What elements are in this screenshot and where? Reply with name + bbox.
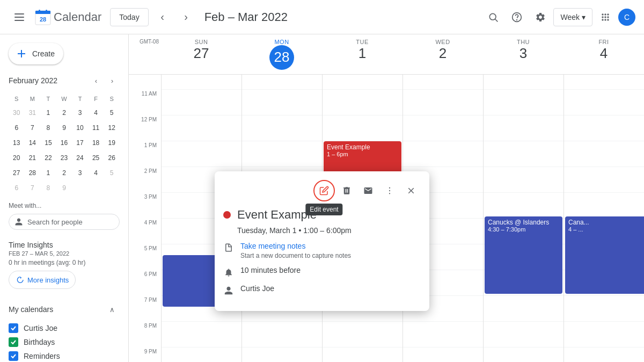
today-button[interactable]: Today [110,8,148,26]
mini-cal-day[interactable]: 11 [88,120,104,135]
meeting-notes-link[interactable]: Take meeting notes [240,242,305,250]
edit-event-button[interactable] [313,180,335,201]
day-col-thu[interactable]: Canucks @ Islanders 4:30 – 7:30pm [483,75,564,362]
mini-cal-day[interactable]: 2 [56,105,72,120]
menu-button[interactable] [9,6,30,28]
svg-rect-4 [35,11,50,14]
mini-cal-day[interactable]: 22 [40,150,56,165]
mini-cal-day[interactable]: 28 [25,165,41,180]
mini-cal-day[interactable] [72,180,88,196]
mini-cal-day[interactable]: 27 [9,165,25,180]
mini-cal-day[interactable]: 17 [72,135,88,150]
mini-cal-day[interactable]: 3 [72,165,88,180]
day-header-thu[interactable]: THU 3 [483,34,564,74]
mini-cal-day[interactable]: 12 [104,120,120,135]
mini-cal-day[interactable] [104,180,120,196]
day-header-mon[interactable]: MON 28 [241,34,322,74]
calendar-checkbox-reminders[interactable] [9,351,18,361]
mini-cal-day[interactable]: 25 [88,150,104,165]
date-range: Feb – Mar 2022 [200,10,479,24]
more-insights-button[interactable]: More insights [9,271,76,289]
mini-cal-day[interactable]: 9 [56,120,72,135]
time-grid: 11 AM 12 PM 1 PM 2 PM 3 PM 4 PM 5 PM 6 P… [129,75,644,362]
mini-cal-day[interactable]: 31 [25,105,41,120]
mini-cal-day[interactable]: 21 [25,150,41,165]
mini-cal-day[interactable]: 24 [72,150,88,165]
time-12pm: 12 PM [129,115,161,141]
view-select[interactable]: Week ▾ [553,8,592,26]
mini-cal-day[interactable]: 6 [9,120,25,135]
mini-cal-day[interactable]: 14 [25,135,41,150]
settings-button[interactable] [530,6,551,28]
mini-cal-day[interactable]: 5 [104,165,120,180]
apps-button[interactable] [595,6,616,28]
dow-m: M [25,92,41,105]
calendar-item-reminders[interactable]: Reminders [9,349,120,362]
day-header-wed[interactable]: WED 2 [402,34,483,74]
dow-f: F [88,92,104,105]
mini-cal-prev[interactable]: ‹ [89,73,104,88]
mini-cal-day[interactable]: 8 [40,120,56,135]
day-header-sun[interactable]: SUN 27 [161,34,241,74]
mini-cal-day[interactable]: 5 [104,105,120,120]
mini-cal-day[interactable]: 7 [25,180,41,196]
mini-cal-day[interactable]: 15 [40,135,56,150]
email-event-button[interactable] [358,181,378,200]
time-6pm: 6 PM [129,270,161,296]
day-header-tue[interactable]: TUE 1 [322,34,402,74]
meeting-notes-content: Take meeting notes Start a new document … [240,241,421,259]
calendar-checkbox-birthdays[interactable] [9,337,18,347]
mini-cal-day[interactable]: 4 [88,105,104,120]
delete-event-button[interactable] [337,181,356,200]
help-button[interactable] [506,6,528,28]
prev-button[interactable]: ‹ [153,8,172,27]
mini-cal-day[interactable]: 23 [56,150,72,165]
more-options-button[interactable] [380,181,399,200]
mini-cal-grid: S M T W T F S 30311234567891011121314151… [9,92,120,196]
dow-s: S [9,92,25,105]
search-button[interactable] [482,6,504,28]
mini-cal-day[interactable]: 26 [104,150,120,165]
mini-cal-day[interactable]: 6 [9,180,25,196]
mini-cal-day[interactable]: 7 [25,120,41,135]
main-layout: Create February 2022 ‹ › S M T W T [0,34,644,362]
mini-cal-day[interactable]: 1 [40,105,56,120]
time-2pm: 2 PM [129,167,161,193]
user-avatar[interactable]: C [618,9,635,26]
calendar-item-curtis[interactable]: Curtis Joe [9,321,120,335]
mini-cal-title: February 2022 [9,76,57,85]
svg-point-8 [490,13,496,20]
mini-cal-day[interactable]: 4 [88,165,104,180]
mini-cal-day[interactable]: 9 [56,180,72,196]
mini-cal-day[interactable]: 30 [9,105,25,120]
day-header-fri[interactable]: FRI 4 [564,34,644,74]
mini-cal-day[interactable]: 10 [72,120,88,135]
meet-section: Meet with... Search for people [0,196,128,232]
mini-cal-day[interactable]: 8 [40,180,56,196]
popup-meeting-notes-row: Take meeting notes Start a new document … [223,241,421,259]
mini-cal-day[interactable]: 18 [88,135,104,150]
day-col-fri[interactable]: Cana... 4 – ... [564,75,644,362]
time-4pm: 4 PM [129,219,161,244]
create-button[interactable]: Create [9,43,63,64]
mini-cal-day[interactable]: 1 [40,165,56,180]
calendar-checkbox-curtis[interactable] [9,323,18,333]
doc-icon [223,242,234,253]
next-button[interactable]: › [177,8,196,27]
mini-cal-day[interactable]: 16 [56,135,72,150]
mini-cal-day[interactable]: 2 [56,165,72,180]
sidebar: Create February 2022 ‹ › S M T W T [0,34,129,362]
mini-cal-day[interactable]: 19 [104,135,120,150]
mini-cal-day[interactable]: 13 [9,135,25,150]
my-calendars-collapse[interactable]: ∧ [105,302,120,317]
mini-cal-next[interactable]: › [105,73,120,88]
thu-blue-event[interactable]: Canucks @ Islanders 4:30 – 7:30pm [485,216,562,294]
calendar-item-birthdays[interactable]: Birthdays [9,335,120,349]
mini-cal-day[interactable]: 20 [9,150,25,165]
close-popup-button[interactable] [401,181,421,200]
mini-cal-day[interactable]: 3 [72,105,88,120]
search-people-button[interactable]: Search for people [9,214,120,230]
reminder-text: 10 minutes before [240,266,301,274]
fri-blue-event[interactable]: Cana... 4 – ... [565,216,644,294]
mini-cal-day[interactable] [88,180,104,196]
